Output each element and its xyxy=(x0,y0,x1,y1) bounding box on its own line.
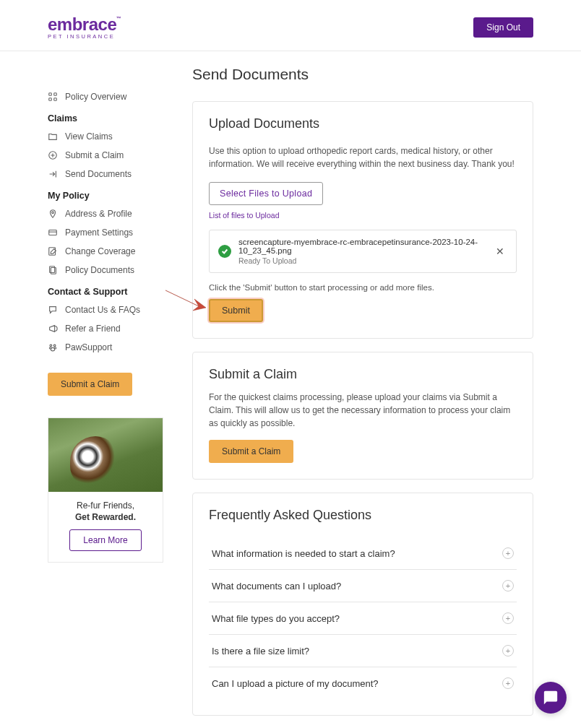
promo-text-line2: Get Rewarded. xyxy=(56,512,155,522)
faq-item[interactable]: Can I upload a picture of my document? + xyxy=(209,667,517,699)
sidebar-label: Refer a Friend xyxy=(65,324,121,334)
send-icon xyxy=(48,169,58,179)
pin-icon xyxy=(48,209,58,219)
upload-title: Upload Documents xyxy=(209,116,517,131)
sidebar-item-payment-settings[interactable]: Payment Settings xyxy=(48,223,163,242)
page-title: Send Documents xyxy=(192,66,533,83)
sidebar-label: Contact Us & FAQs xyxy=(65,305,140,315)
select-files-button[interactable]: Select Files to Upload xyxy=(209,182,323,205)
sidebar-item-view-claims[interactable]: View Claims xyxy=(48,127,163,146)
uploaded-file-row: screencapture-myembrace-rc-embracepetins… xyxy=(209,230,517,273)
submit-help-text: Click the 'Submit' button to start proce… xyxy=(209,283,517,292)
svg-point-11 xyxy=(53,344,56,347)
logo-main-text: embrace xyxy=(48,14,116,34)
faq-question: Is there a file size limit? xyxy=(212,646,309,656)
sidebar-section-contact-support: Contact & Support xyxy=(48,280,163,300)
submit-button[interactable]: Submit xyxy=(209,299,263,322)
sidebar-item-refer-friend[interactable]: Refer a Friend xyxy=(48,319,163,338)
svg-point-5 xyxy=(52,212,54,214)
svg-rect-2 xyxy=(49,98,52,101)
sidebar-section-my-policy: My Policy xyxy=(48,183,163,204)
promo-card: Re-fur Friends, Get Rewarded. Learn More xyxy=(48,417,163,563)
paw-icon xyxy=(48,342,58,352)
sidebar-label: Policy Overview xyxy=(65,92,126,102)
expand-icon: + xyxy=(502,645,514,656)
faq-item[interactable]: Is there a file size limit? + xyxy=(209,635,517,667)
faq-item[interactable]: What information is needed to start a cl… xyxy=(209,537,517,570)
svg-rect-1 xyxy=(54,93,57,96)
file-name: screencapture-myembrace-rc-embracepetins… xyxy=(238,238,486,255)
expand-icon: + xyxy=(502,580,514,592)
sidebar-item-submit-claim[interactable]: Submit a Claim xyxy=(48,146,163,165)
logo-tm: ™ xyxy=(116,16,121,21)
folder-icon xyxy=(48,131,58,142)
sidebar-label: Payment Settings xyxy=(65,228,133,238)
svg-rect-6 xyxy=(49,230,57,235)
sign-out-button[interactable]: Sign Out xyxy=(473,17,533,38)
sidebar-item-change-coverage[interactable]: Change Coverage xyxy=(48,242,163,261)
file-status: Ready To Upload xyxy=(238,256,486,265)
sidebar-label: View Claims xyxy=(65,131,113,142)
upload-documents-card: Upload Documents Use this option to uplo… xyxy=(192,101,533,339)
faq-question: What information is needed to start a cl… xyxy=(212,548,395,559)
sidebar-label: Change Coverage xyxy=(65,246,135,256)
sidebar-item-send-documents[interactable]: Send Documents xyxy=(48,165,163,183)
svg-point-14 xyxy=(51,347,54,350)
expand-icon: + xyxy=(502,547,514,559)
sidebar-label: Submit a Claim xyxy=(65,150,124,160)
file-list-link[interactable]: List of files to Upload xyxy=(209,211,517,220)
faq-card: Frequently Asked Questions What informat… xyxy=(192,493,533,716)
documents-icon xyxy=(48,265,58,275)
sidebar-label: Send Documents xyxy=(65,169,132,179)
chat-icon xyxy=(48,305,58,315)
sidebar-item-policy-documents[interactable]: Policy Documents xyxy=(48,261,163,280)
sidebar-item-address-profile[interactable]: Address & Profile xyxy=(48,204,163,223)
submit-claim-card: Submit a Claim For the quickest claims p… xyxy=(192,352,533,480)
faq-title: Frequently Asked Questions xyxy=(209,508,517,523)
sidebar-section-claims: Claims xyxy=(48,106,163,127)
chat-widget-button[interactable] xyxy=(535,682,567,714)
expand-icon: + xyxy=(502,612,514,624)
faq-question: Can I upload a picture of my document? xyxy=(212,678,379,689)
submit-claim-title: Submit a Claim xyxy=(209,367,517,382)
edit-icon xyxy=(48,246,58,256)
upload-description: Use this option to upload orthopedic rep… xyxy=(209,144,517,170)
card-icon xyxy=(48,228,58,238)
sidebar-label: Address & Profile xyxy=(65,209,132,219)
expand-icon: + xyxy=(502,677,514,689)
faq-question: What file types do you accept? xyxy=(212,613,340,624)
check-circle-icon xyxy=(218,245,231,258)
sidebar-item-pawsupport[interactable]: PawSupport xyxy=(48,338,163,357)
logo[interactable]: embrace™ PET INSURANCE xyxy=(48,14,116,40)
promo-image xyxy=(48,418,163,492)
faq-item[interactable]: What file types do you accept? + xyxy=(209,602,517,635)
sidebar-submit-claim-button[interactable]: Submit a Claim xyxy=(48,373,132,396)
plus-circle-icon xyxy=(48,150,58,160)
sidebar-label: PawSupport xyxy=(65,342,112,352)
sidebar-label: Policy Documents xyxy=(65,265,134,275)
promo-text-line1: Re-fur Friends, xyxy=(56,500,155,511)
svg-rect-3 xyxy=(54,98,57,101)
sidebar-item-policy-overview[interactable]: Policy Overview xyxy=(48,87,163,106)
learn-more-button[interactable]: Learn More xyxy=(69,529,141,551)
faq-item[interactable]: What documents can I upload? + xyxy=(209,570,517,602)
submit-claim-button[interactable]: Submit a Claim xyxy=(209,440,293,463)
submit-claim-description: For the quickest claims processing, plea… xyxy=(209,391,517,430)
svg-rect-0 xyxy=(49,93,52,96)
svg-point-10 xyxy=(50,344,52,347)
grid-icon xyxy=(48,92,58,102)
remove-file-button[interactable]: ✕ xyxy=(493,246,507,257)
megaphone-icon xyxy=(48,324,58,334)
faq-question: What documents can I upload? xyxy=(212,581,341,592)
sidebar-item-contact-faqs[interactable]: Contact Us & FAQs xyxy=(48,300,163,319)
highlight-arrow-icon xyxy=(164,286,207,317)
